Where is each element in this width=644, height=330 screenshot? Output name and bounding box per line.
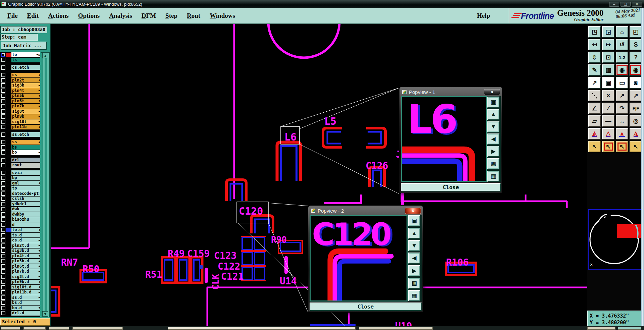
popview-2-close-x-button[interactable]: x <box>405 208 421 214</box>
menu-edit[interactable]: Edit <box>27 12 39 19</box>
layer-name-bar[interactable]: pln5b◀ <box>11 94 40 98</box>
scale-1-2-button[interactable]: 1:2 <box>616 52 628 63</box>
layer-row-sig3b[interactable]: sig3b◀ <box>0 83 40 88</box>
layer-row-pln2t.d[interactable]: pln2t.d◀ <box>0 243 40 248</box>
rotate-object-button[interactable]: ↷ <box>616 103 628 114</box>
layer-name-bar[interactable]: sig10t.d◀ <box>11 285 40 289</box>
layer-color-swatch[interactable] <box>6 176 11 180</box>
layer-color-swatch[interactable] <box>6 191 11 196</box>
layer-checkbox[interactable] <box>1 181 5 185</box>
layer-checkbox[interactable] <box>1 254 5 258</box>
center-view-button[interactable]: ⊡ <box>602 52 614 63</box>
layer-name-bar[interactable]: pln7b◀ <box>11 104 40 109</box>
measure-width-button[interactable]: ↔ <box>616 115 628 127</box>
layer-color-swatch[interactable] <box>6 53 11 57</box>
layer-name-bar[interactable]: pln6t.d◀ <box>11 264 40 269</box>
connect-nodes-button[interactable]: ⋱ <box>588 90 601 101</box>
layer-color-swatch[interactable] <box>6 181 11 185</box>
select-window-button[interactable]: ↖ <box>602 141 614 152</box>
layer-color-swatch[interactable] <box>6 132 11 137</box>
select-polygon-button[interactable]: ↖ <box>616 141 628 152</box>
layer-row-pln6t[interactable]: pln6t◀ <box>0 99 40 103</box>
layer-row-gml[interactable]: gml◀ <box>0 181 40 185</box>
layer-name-bar[interactable]: drl <box>11 158 40 162</box>
layer-row-pln6t.d[interactable]: pln6t.d◀ <box>0 264 40 269</box>
layer-color-swatch[interactable] <box>6 158 11 162</box>
layer-name-bar[interactable]: gml◀ <box>11 181 40 185</box>
layer-color-swatch[interactable] <box>6 212 11 217</box>
detach-view-button[interactable]: ▣ <box>408 215 420 226</box>
layer-color-swatch[interactable] <box>6 125 11 129</box>
pan-up-button[interactable]: ▲ <box>487 109 499 120</box>
layer-name-bar[interactable]: sig10t◀ <box>11 119 40 124</box>
layer-color-swatch[interactable] <box>6 306 11 310</box>
layer-checkbox[interactable] <box>1 171 5 175</box>
menu-options[interactable]: Options <box>78 12 100 19</box>
layer-name-bar[interactable]: pln9b◀ <box>11 114 40 119</box>
layer-checkbox[interactable] <box>1 186 5 190</box>
layer-color-swatch[interactable] <box>6 109 11 114</box>
layer-color-swatch[interactable] <box>6 223 11 227</box>
copy-object-button[interactable]: ▣ <box>602 77 614 89</box>
titlebar[interactable]: Graphic Editor 9.07b2 (00@HY-HYCAM-PC189… <box>0 0 644 8</box>
layer-row-tp[interactable]: tp <box>0 186 40 191</box>
taskbar-item[interactable] <box>72 327 123 330</box>
layer-checkbox[interactable] <box>1 311 5 315</box>
layer-color-swatch[interactable] <box>6 171 11 175</box>
layer-checkbox[interactable] <box>1 163 5 167</box>
layer-color-swatch[interactable] <box>6 233 11 237</box>
layer-checkbox[interactable] <box>1 78 5 82</box>
layer-color-swatch[interactable] <box>6 295 11 300</box>
menu-analysis[interactable]: Analysis <box>109 12 132 19</box>
measure-angle-button[interactable]: ∠ <box>588 103 601 114</box>
layer-checkbox[interactable] <box>1 125 5 129</box>
popview-2-close-button[interactable]: Close <box>310 302 422 311</box>
layer-color-swatch[interactable] <box>6 269 11 274</box>
layer-row-bo[interactable]: bo◀ <box>0 150 40 155</box>
layer-color-swatch[interactable] <box>6 243 11 248</box>
layer-color-swatch[interactable] <box>6 275 11 279</box>
layer-name-bar[interactable]: pln11b.d◀ <box>11 290 40 295</box>
layer-checkbox[interactable] <box>1 202 5 206</box>
layer-color-swatch[interactable] <box>6 290 11 294</box>
layer-row-datecode-pt[interactable]: datecode-pt <box>0 191 40 196</box>
zoom-out-fit-button[interactable]: ▩ <box>408 278 420 289</box>
s-shape-tool-button[interactable]: S <box>630 39 642 50</box>
layer-color-swatch[interactable] <box>6 78 11 82</box>
pan-down-button[interactable]: ▼ <box>487 121 499 132</box>
layer-color-swatch[interactable] <box>6 58 11 62</box>
highlight-net-b-button[interactable]: △ <box>602 128 614 140</box>
layer-name-bar[interactable]: ss.etch <box>11 132 40 137</box>
layer-row-pln7b.d[interactable]: pln7b.d◀ <box>0 269 40 274</box>
pan-up-button[interactable]: ▲ <box>408 228 420 239</box>
layer-name-bar[interactable]: pln11b◀ <box>11 125 40 129</box>
layer-row-pln11b[interactable]: pln11b◀ <box>0 125 40 129</box>
layer-checkbox[interactable] <box>1 176 5 180</box>
layer-row-ts.d[interactable]: ts.d <box>0 233 40 237</box>
layer-color-swatch[interactable] <box>6 104 11 108</box>
layer-row-pln4t[interactable]: pln4t◀ <box>0 88 40 93</box>
taskbar-item[interactable] <box>618 327 641 330</box>
taskbar-item[interactable] <box>49 327 69 330</box>
step-field[interactable]: Step: cam <box>0 34 38 41</box>
layer-checkbox[interactable] <box>1 89 5 93</box>
highlight-net-d-button[interactable]: ◮ <box>630 128 642 140</box>
layer-row-drl.d[interactable]: drl.d <box>0 311 40 316</box>
layer-name-bar[interactable]: pln9b.d◀ <box>11 280 40 284</box>
select-pad-button[interactable]: ◙ <box>630 77 642 89</box>
taskbar-item[interactable] <box>587 327 615 330</box>
scroll-up-icon[interactable]: ▲ <box>42 53 48 58</box>
zoom-extents-button[interactable]: ▦ <box>487 171 499 182</box>
detach-view-button[interactable]: ▣ <box>487 97 499 108</box>
minimize-button[interactable]: – <box>609 2 619 7</box>
layer-checkbox[interactable] <box>1 228 5 232</box>
job-matrix-button[interactable]: Job Matrix ... <box>1 42 47 50</box>
layer-row-ss[interactable]: ss◀ <box>0 140 40 145</box>
layer-color-swatch[interactable] <box>6 89 11 93</box>
layer-checkbox[interactable] <box>1 238 5 242</box>
layer-row-pln7b[interactable]: pln7b◀ <box>0 104 40 109</box>
layer-row-bo.d[interactable]: bo.d◀ <box>0 306 40 310</box>
layer-name-bar[interactable]: pln6t◀ <box>11 99 40 103</box>
zoom-extents-button[interactable]: ▦ <box>408 290 420 301</box>
highlight-net-c-button[interactable]: ▲ <box>616 128 628 140</box>
